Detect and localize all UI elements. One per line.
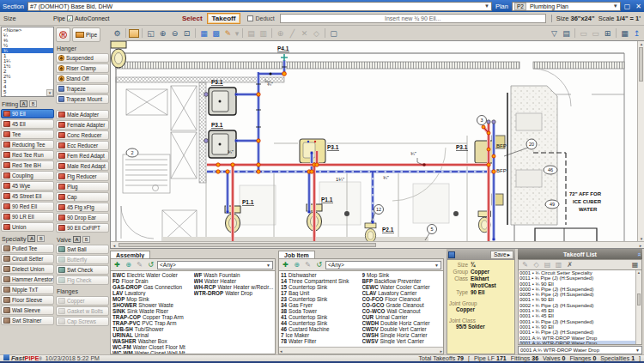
job-item-list[interactable]: 11Dishwasher 9Mop Sink 14Three Compartme…: [278, 270, 444, 354]
specialty-button[interactable]: Wall Sleeve: [1, 306, 54, 315]
assembly-item[interactable]: [194, 344, 276, 350]
job-item[interactable]: CEWCWater Cooler Carrier: [362, 284, 444, 290]
assembly-item[interactable]: [194, 308, 276, 314]
zoom-out-icon[interactable]: ⊖: [169, 27, 180, 39]
specialty-button[interactable]: Dielect Union: [1, 264, 54, 274]
assembly-item[interactable]: [194, 320, 276, 326]
fitting-button[interactable]: 90 Drop Ear: [56, 213, 109, 222]
pages-icon[interactable]: ▭: [590, 27, 601, 39]
sheet-icon[interactable]: ▢: [328, 27, 339, 39]
job-item[interactable]: 44Countertop Sink: [281, 320, 362, 326]
add-node-icon[interactable]: ⊕: [275, 27, 286, 39]
job-item[interactable]: 41Countertop Sink: [281, 314, 362, 320]
valve-tab-a[interactable]: A: [73, 236, 81, 243]
plan-horizontal-scrollbar[interactable]: ◂ ▸: [111, 241, 644, 248]
size-list-scroll-down[interactable]: ▾: [46, 89, 53, 96]
fitting-button[interactable]: Female Adapter: [56, 120, 109, 130]
job-item[interactable]: 9Mop Sink: [362, 272, 444, 278]
scroll-right-icon[interactable]: ▸: [440, 348, 442, 354]
fitting-button[interactable]: Coupling: [1, 171, 54, 180]
fitting-button[interactable]: Tee: [1, 130, 54, 139]
job-item-hscrollbar[interactable]: ◂▸: [279, 347, 443, 354]
fitting-button[interactable]: 90 Ell: [1, 109, 54, 118]
takeoff-row[interactable]: 0001 A:¾ WTR-DROP Water Drop: [519, 341, 641, 345]
valve-button[interactable]: Butterfly: [56, 255, 109, 264]
snapshot-icon[interactable]: [129, 29, 139, 38]
assembly-item[interactable]: WC-FMWater Closet Floor Mt: [112, 344, 194, 350]
flange-button[interactable]: Cap Screws: [56, 317, 109, 326]
assembly-item[interactable]: EWCElectric Water Cooler: [112, 272, 194, 278]
fitting-button[interactable]: Conc Reducer: [56, 130, 109, 140]
add-special-icon[interactable]: ⊕: [292, 261, 301, 269]
paste-icon[interactable]: ▥: [258, 27, 269, 39]
assembly-item[interactable]: [194, 350, 276, 354]
eraser-icon[interactable]: ▤: [561, 27, 572, 39]
pipe-r-button[interactable]: R: [56, 27, 70, 42]
delete-icon[interactable]: ✗: [565, 261, 574, 269]
lavatory-highlighted[interactable]: [475, 141, 494, 163]
assembly-item[interactable]: [194, 332, 276, 338]
zoom-extents-icon[interactable]: ⊡: [181, 27, 192, 39]
job-item[interactable]: CO-GCOGrade Cleanout: [362, 302, 444, 308]
image-view-icon[interactable]: ▩: [210, 27, 222, 39]
assembly-item[interactable]: URINALUrinal: [112, 332, 194, 338]
draw-line-icon[interactable]: ╱: [287, 27, 298, 39]
job-item[interactable]: 34Gas Fryer: [281, 302, 362, 308]
job-item[interactable]: 11Dishwasher: [281, 272, 362, 278]
add-special-icon[interactable]: ⊕: [124, 261, 133, 269]
assembly-item[interactable]: MOPMop Sink: [112, 296, 194, 302]
job-item[interactable]: CLAVLavatory Carrier: [362, 290, 444, 296]
specialty-button[interactable]: Pulled Tee: [1, 244, 54, 253]
settings-icon[interactable]: ⚙: [112, 27, 123, 39]
edit-icon[interactable]: ✎: [135, 261, 144, 269]
edit-icon[interactable]: ✎: [303, 261, 313, 269]
plan-view-icon[interactable]: ▦: [198, 27, 210, 39]
fitting-button[interactable]: Ecc Reducer: [56, 141, 109, 150]
job-item[interactable]: CWDHDouble Horiz Carrier: [362, 320, 444, 326]
job-item[interactable]: CO-FCOFloor Cleanout: [362, 296, 444, 302]
scroll-right-icon[interactable]: ▸: [637, 243, 644, 248]
assembly-item[interactable]: WASHERWasher Box: [112, 338, 194, 344]
job-item[interactable]: 15Countertop Sink: [281, 284, 362, 290]
highlighter-dropdown-icon[interactable]: ▾: [234, 27, 240, 39]
job-item[interactable]: CURUrinal Carrier: [362, 314, 444, 320]
fitting-button[interactable]: 45 Wye: [1, 181, 54, 191]
fitting-button[interactable]: 45 Ell: [1, 119, 54, 129]
assembly-item[interactable]: WHWater Heater: [194, 278, 276, 284]
specialty-button[interactable]: Swt Strainer: [1, 316, 54, 325]
autoconnect-checkbox[interactable]: ✓: [67, 15, 73, 21]
specialty-button[interactable]: Floor Sleeve: [1, 295, 54, 305]
job-item-filter-combo[interactable]: <Any>▼: [325, 261, 441, 269]
hanger-button[interactable]: Trapeze: [56, 84, 109, 94]
size-option[interactable]: 6: [2, 94, 53, 97]
balloon-callout[interactable]: 3: [477, 116, 487, 125]
flange-button[interactable]: Copper: [56, 296, 109, 306]
job-item[interactable]: CO-WCOWall Cleanout: [362, 308, 444, 314]
water-closet-highlighted[interactable]: [365, 223, 376, 241]
fitting-button[interactable]: 90 Ell CxFIPT: [56, 223, 109, 233]
chevron-down-icon[interactable]: ▼: [266, 263, 270, 268]
job-item[interactable]: CWDVDouble Vert Carrier: [362, 326, 444, 332]
valve-button[interactable]: Swt Check: [56, 265, 109, 275]
add-icon[interactable]: ✚: [281, 261, 290, 269]
takeoff-selected-combo[interactable]: 0001 A:¾ WTR-DROP Water Drop▼: [518, 346, 642, 354]
fitting-tab-a[interactable]: A: [20, 100, 27, 107]
job-item[interactable]: CWSVSingle Vert Carrier: [362, 338, 444, 344]
deduct-checkbox[interactable]: ✓: [247, 15, 253, 21]
hanger-button[interactable]: Riser Clamp: [56, 64, 109, 73]
scroll-up-icon[interactable]: ▴: [638, 41, 644, 46]
job-item[interactable]: 46Custard Machine: [281, 326, 362, 332]
sink-fixture[interactable]: [209, 88, 236, 115]
print-icon[interactable]: ▦: [630, 261, 640, 269]
job-item[interactable]: 78Water Filter: [281, 338, 362, 344]
fitting-button[interactable]: Ftg Reducer: [56, 172, 109, 181]
pipe-button[interactable]: Pipe: [72, 27, 100, 42]
assembly-item[interactable]: SHOWERShower Waste: [112, 302, 194, 308]
chevron-down-icon[interactable]: ▼: [482, 3, 489, 9]
assembly-item[interactable]: SINKSink Waste Riser: [112, 308, 194, 314]
hanger-button[interactable]: Suspended: [56, 53, 109, 63]
fitting-button[interactable]: 90 LR Ell: [1, 212, 54, 221]
export-icon[interactable]: ↥: [631, 27, 642, 39]
edit-icon[interactable]: ✎: [520, 261, 530, 269]
job-item[interactable]: 23Countertop Sink: [281, 296, 362, 302]
